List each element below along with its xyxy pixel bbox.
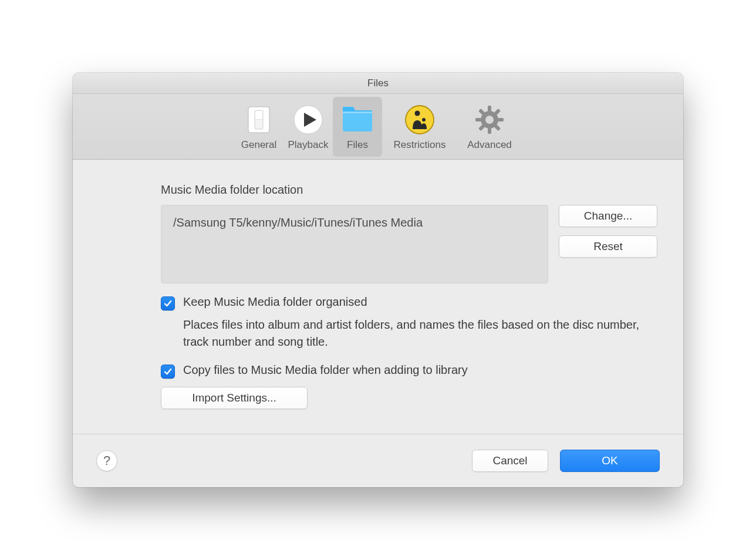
- tab-label: Restrictions: [394, 139, 446, 151]
- folder-location-label: Music Media folder location: [161, 183, 660, 197]
- change-button[interactable]: Change...: [559, 205, 657, 227]
- tab-files[interactable]: Files: [333, 97, 382, 157]
- footer: ? Cancel OK: [73, 434, 683, 487]
- folder-location-row: /Samsung T5/kenny/Music/iTunes/iTunes Me…: [161, 205, 660, 284]
- svg-rect-13: [475, 118, 481, 122]
- preferences-toolbar: General Playback Files: [73, 94, 683, 160]
- tab-label: Playback: [288, 139, 329, 151]
- tab-advanced[interactable]: Advanced: [457, 97, 522, 157]
- import-settings-button[interactable]: Import Settings...: [161, 387, 308, 409]
- copy-files-checkbox[interactable]: [161, 365, 175, 379]
- tab-restrictions[interactable]: Restrictions: [382, 97, 457, 157]
- svg-point-7: [406, 106, 434, 134]
- tab-label: General: [241, 139, 276, 151]
- switch-icon: [242, 103, 276, 137]
- parental-icon: [403, 103, 437, 137]
- svg-rect-14: [498, 118, 504, 122]
- reset-button[interactable]: Reset: [559, 235, 657, 258]
- tab-label: Advanced: [467, 139, 512, 151]
- svg-rect-6: [343, 112, 372, 113]
- keep-organised-checkbox[interactable]: [161, 296, 175, 311]
- svg-rect-11: [488, 106, 491, 112]
- content-pane: Music Media folder location /Samsung T5/…: [73, 160, 683, 434]
- svg-rect-12: [488, 128, 491, 134]
- gear-icon: [473, 103, 507, 137]
- keep-organised-description: Places files into album and artist folde…: [183, 316, 659, 350]
- preferences-window: Files General Playback: [73, 73, 683, 487]
- copy-files-row: Copy files to Music Media folder when ad…: [161, 363, 660, 379]
- folder-icon: [340, 103, 374, 137]
- tab-general[interactable]: General: [234, 97, 284, 157]
- copy-files-label: Copy files to Music Media folder when ad…: [183, 363, 468, 377]
- svg-point-9: [422, 118, 426, 122]
- svg-point-8: [415, 110, 420, 116]
- cancel-button[interactable]: Cancel: [472, 450, 548, 472]
- svg-point-19: [485, 116, 494, 124]
- titlebar: Files: [73, 73, 683, 94]
- svg-rect-5: [343, 112, 372, 131]
- tab-label: Files: [347, 139, 368, 151]
- ok-button[interactable]: OK: [560, 450, 660, 472]
- tab-playback[interactable]: Playback: [284, 97, 333, 157]
- svg-rect-2: [255, 110, 263, 119]
- window-title: Files: [367, 77, 389, 89]
- help-button[interactable]: ?: [96, 450, 117, 471]
- play-icon: [291, 103, 325, 137]
- keep-organised-row: Keep Music Media folder organised: [161, 295, 660, 311]
- keep-organised-label: Keep Music Media folder organised: [183, 295, 367, 309]
- folder-path-display: /Samsung T5/kenny/Music/iTunes/iTunes Me…: [161, 205, 548, 284]
